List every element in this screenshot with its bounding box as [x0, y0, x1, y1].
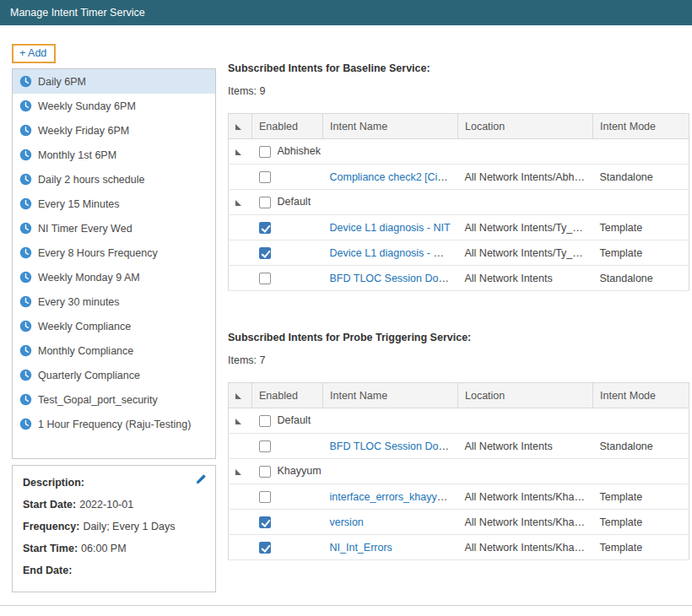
clock-icon — [19, 271, 32, 284]
group-name: Abhishek — [278, 145, 321, 157]
enabled-checkbox[interactable] — [259, 491, 271, 503]
add-timer-button[interactable]: + Add — [12, 44, 56, 63]
collapse-all-header[interactable] — [229, 114, 252, 139]
location-cell: All Network Intents/Khayy... — [458, 535, 593, 560]
timer-list-item[interactable]: Weekly Monday 9 AM — [13, 265, 215, 289]
enabled-checkbox[interactable] — [259, 197, 271, 208]
intent-mode-cell: Template — [593, 510, 689, 535]
intent-name-link[interactable]: interface_errors_khayyum — [330, 491, 452, 503]
triangle-icon[interactable] — [235, 200, 241, 206]
spacer-cell — [229, 240, 252, 266]
timer-list-item[interactable]: NI Timer Every Wed — [13, 216, 215, 240]
app-header-bar: Manage Intent Timer Service — [0, 0, 692, 25]
intents-table: EnabledIntent NameLocationIntent ModeAbh… — [228, 113, 689, 291]
collapse-all-header[interactable] — [229, 383, 252, 408]
intents-table: EnabledIntent NameLocationIntent ModeDef… — [228, 382, 689, 560]
enabled-checkbox[interactable] — [259, 440, 271, 452]
enabled-checkbox[interactable] — [259, 466, 271, 478]
detail-field-label: Frequency: — [23, 521, 79, 532]
column-header: Intent Mode — [593, 114, 689, 139]
spacer-cell — [229, 535, 252, 560]
clock-icon — [19, 197, 32, 210]
spacer-cell — [229, 434, 252, 459]
enabled-checkbox[interactable] — [259, 542, 271, 554]
timer-list-item[interactable]: Daily 2 hours schedule — [13, 167, 215, 192]
spacer-cell — [229, 165, 252, 190]
intent-mode-cell: Template — [593, 240, 689, 266]
timer-list-item[interactable]: Test_Gopal_port_security — [13, 387, 215, 412]
timer-list-item[interactable]: Weekly Compliance — [13, 314, 215, 338]
timer-item-label: Every 8 Hours Frequency — [38, 247, 158, 259]
timer-list-item[interactable]: Quarterly Compliance — [13, 363, 215, 387]
intent-name-link[interactable]: BFD TLOC Session Down — [330, 273, 452, 284]
timer-list-item[interactable]: Daily 6PM — [13, 69, 215, 94]
timer-list-item[interactable]: Every 30 minutes — [13, 289, 215, 314]
detail-field-label: Start Date: — [23, 499, 76, 511]
intent-name-link[interactable]: BFD TLOC Session Down — [330, 440, 452, 452]
enabled-checkbox[interactable] — [259, 222, 271, 234]
intent-name-link[interactable]: version — [330, 516, 364, 528]
timer-list-item[interactable]: Weekly Sunday 6PM — [13, 94, 215, 118]
intent-name-link[interactable]: NI_Int_Errors — [330, 542, 392, 554]
intent-mode-cell: Template — [593, 215, 689, 240]
enabled-checkbox[interactable] — [259, 516, 271, 528]
location-cell: All Network Intents — [458, 266, 593, 291]
timer-list-item[interactable]: Monthly 1st 6PM — [13, 143, 215, 167]
timer-list-item[interactable]: 1 Hour Frequency (Raju-Testing) — [13, 412, 215, 436]
column-header: Intent Name — [323, 114, 458, 139]
enabled-checkbox[interactable] — [259, 247, 271, 259]
location-cell: All Network Intents/Khayy... — [458, 484, 593, 510]
table-row: Compliance check2 [Cisco...All Network I… — [229, 165, 689, 190]
timer-item-label: Weekly Monday 9 AM — [38, 272, 140, 284]
page-title: Manage Intent Timer Service — [10, 7, 145, 19]
enabled-checkbox[interactable] — [259, 273, 271, 284]
group-name: Default — [278, 196, 311, 208]
detail-field: Start Time:06:00 PM — [23, 543, 205, 554]
clock-icon — [19, 100, 32, 112]
timer-list: Daily 6PMWeekly Sunday 6PMWeekly Friday … — [12, 68, 216, 459]
table-row: NI_Int_ErrorsAll Network Intents/Khayy..… — [229, 535, 689, 560]
timer-item-label: Daily 2 hours schedule — [38, 174, 144, 186]
intent-name-link[interactable]: Device L1 diagnosis - NIT -... — [330, 247, 458, 259]
clock-icon — [19, 320, 32, 332]
intent-name-cell: version — [323, 510, 458, 535]
clock-icon — [19, 75, 32, 88]
intents-section: Subscribed Intents for Probe Triggering … — [228, 332, 692, 560]
pencil-icon[interactable] — [195, 473, 207, 485]
group-cell: Default — [252, 408, 689, 434]
section-title: Subscribed Intents for Baseline Service: — [228, 62, 692, 74]
spacer-cell — [229, 510, 252, 535]
intent-name-link[interactable]: Device L1 diagnosis - NIT — [330, 222, 451, 234]
triangle-icon[interactable] — [235, 419, 241, 424]
header-row: EnabledIntent NameLocationIntent Mode — [229, 383, 689, 408]
spacer-cell — [229, 484, 252, 510]
enabled-checkbox[interactable] — [259, 171, 271, 183]
intent-name-cell: Compliance check2 [Cisco... — [323, 165, 458, 190]
detail-field-label: Description: — [23, 477, 84, 489]
clock-icon — [19, 295, 32, 308]
intent-mode-cell: Standalone — [593, 266, 689, 291]
detail-field-value: 2022-10-01 — [79, 499, 133, 511]
triangle-icon[interactable] — [235, 149, 241, 155]
detail-field: End Date: — [23, 565, 205, 576]
timer-item-label: Quarterly Compliance — [38, 370, 140, 381]
triangle-icon[interactable] — [235, 469, 241, 475]
column-header: Location — [458, 114, 593, 139]
timer-list-item[interactable]: Monthly Compliance — [13, 338, 215, 363]
items-count: Items: 9 — [228, 85, 692, 97]
intent-name-cell: BFD TLOC Session Down — [323, 434, 458, 459]
enabled-checkbox[interactable] — [259, 415, 271, 427]
table-row: Default — [229, 408, 689, 434]
timer-list-item[interactable]: Weekly Friday 6PM — [13, 118, 215, 143]
timer-list-item[interactable]: Every 8 Hours Frequency — [13, 240, 215, 265]
main-content: Subscribed Intents for Baseline Service:… — [228, 25, 692, 560]
timer-details-panel: Description:Start Date:2022-10-01Frequen… — [12, 465, 216, 592]
clock-icon — [19, 418, 32, 430]
timer-list-item[interactable]: Every 15 Minutes — [13, 192, 215, 216]
column-header: Intent Name — [323, 383, 458, 408]
enabled-checkbox[interactable] — [259, 146, 271, 158]
group-name: Khayyum — [278, 465, 322, 477]
intent-name-link[interactable]: Compliance check2 [Cisco... — [330, 171, 458, 183]
detail-field-value: 06:00 PM — [81, 543, 127, 554]
intent-mode-cell: Template — [593, 484, 689, 510]
